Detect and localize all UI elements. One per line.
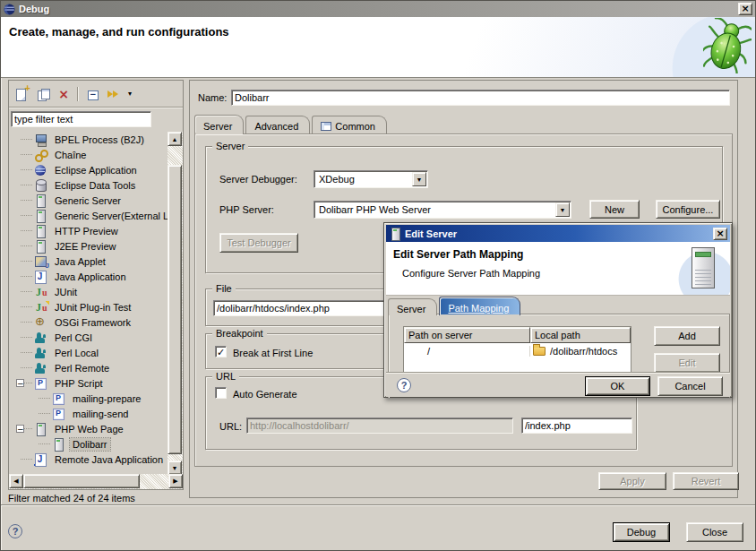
tree-horizontal-scrollbar[interactable]: ◀ ▶ xyxy=(9,474,183,489)
edit-server-tabs: Server Path Mapping xyxy=(388,297,522,315)
tree-item-php-script[interactable]: − PHP Script xyxy=(10,375,168,391)
file-group-title: File xyxy=(212,283,236,294)
tab-advanced[interactable]: Advanced xyxy=(245,116,310,133)
server-icon xyxy=(389,228,400,240)
dialog-help-icon[interactable]: ? xyxy=(397,378,411,392)
close-button[interactable]: Close xyxy=(686,522,743,542)
php-server-select[interactable]: Dolibarr PHP Web Server ▼ xyxy=(314,201,571,219)
delete-configuration-icon[interactable]: × xyxy=(57,87,70,101)
tree-item-perl-remote[interactable]: Perl Remote xyxy=(10,360,168,375)
window-titlebar[interactable]: Debug × xyxy=(1,1,755,17)
new-server-button[interactable]: New xyxy=(589,200,640,219)
php-web-server-icon xyxy=(34,423,49,435)
toolbar-separator xyxy=(77,87,78,101)
perl-camel-icon xyxy=(34,347,49,359)
tab-server[interactable]: Server xyxy=(194,115,244,133)
tree-item-label: Generic Server xyxy=(52,194,124,207)
tree-item-remote-java-application[interactable]: Remote Java Application xyxy=(10,452,168,467)
scroll-down-icon[interactable]: ▼ xyxy=(168,461,182,475)
tree-item-generic-server[interactable]: Generic Server xyxy=(10,193,168,208)
vertical-scroll-thumb[interactable] xyxy=(168,165,182,454)
auto-generate-checkbox[interactable] xyxy=(215,387,227,399)
tree-item-mailing-prepare[interactable]: mailing-prepare xyxy=(10,391,168,406)
name-input[interactable] xyxy=(231,90,730,106)
tree-item-mailing-send[interactable]: mailing-send xyxy=(10,406,168,421)
window-close-button[interactable]: × xyxy=(738,3,752,15)
duplicate-configuration-icon[interactable] xyxy=(36,87,50,101)
edit-server-titlebar[interactable]: Edit Server × xyxy=(386,225,730,242)
url-path-input[interactable] xyxy=(521,418,632,434)
configurations-panel: × ▾ BPEL Process (B2J) Chaîne Eclipse Ap… xyxy=(8,80,184,490)
scroll-up-icon[interactable]: ▲ xyxy=(168,132,182,146)
tree-item-dolibarr[interactable]: Dolibarr xyxy=(10,436,168,452)
test-debugger-button[interactable]: Test Debugger xyxy=(219,233,298,253)
tree-item-http-preview[interactable]: HTTP Preview xyxy=(10,223,168,238)
dialog-tab-server[interactable]: Server xyxy=(388,298,437,315)
tree-vertical-scrollbar[interactable]: ▲ ▼ xyxy=(168,132,183,475)
tree-item-generic-server-external[interactable]: Generic Server(External La xyxy=(10,208,168,223)
tree-item-label: Eclipse Data Tools xyxy=(52,179,138,192)
tree-item-bpel-process[interactable]: BPEL Process (B2J) xyxy=(10,132,168,147)
dialog-close-button[interactable]: × xyxy=(713,228,727,240)
dropdown-arrow-icon[interactable]: ▼ xyxy=(555,202,570,217)
tab-common[interactable]: Common xyxy=(312,116,387,133)
tree-item-php-web-page[interactable]: − PHP Web Page xyxy=(10,421,168,436)
tree-item-j2ee-preview[interactable]: J2EE Preview xyxy=(10,238,168,254)
path-mapping-table-header: Path on server Local path xyxy=(404,327,631,343)
window-title: Debug xyxy=(19,4,49,14)
dropdown-arrow-icon[interactable]: ▼ xyxy=(412,172,426,186)
filter-input[interactable] xyxy=(11,111,151,127)
edit-mapping-button[interactable]: Edit xyxy=(654,353,720,373)
tree-item-osgi-framework[interactable]: OSGi Framework xyxy=(10,314,168,330)
tree-item-perl-cgi[interactable]: Perl CGI xyxy=(10,330,168,345)
scroll-right-icon[interactable]: ▶ xyxy=(168,474,183,488)
tree-item-eclipse-application[interactable]: Eclipse Application xyxy=(10,162,168,177)
eclipse-logo-icon xyxy=(4,4,15,15)
tree-item-junit-plugin-test[interactable]: JUnit Plug-in Test xyxy=(10,299,168,314)
path-mapping-table: Path on server Local path / /dolibarr/ht… xyxy=(403,326,631,373)
server-debugger-select[interactable]: XDebug ▼ xyxy=(314,170,428,188)
collapse-expander-icon[interactable]: − xyxy=(16,425,24,433)
dialog-tab-path-mapping[interactable]: Path Mapping xyxy=(439,297,520,315)
configure-server-button[interactable]: Configure... xyxy=(656,200,720,219)
debug-button[interactable]: Debug xyxy=(613,522,670,542)
toolbar-menu-caret-icon[interactable]: ▾ xyxy=(128,90,132,98)
add-mapping-button[interactable]: Add xyxy=(654,326,720,346)
tree-item-junit[interactable]: JUnit xyxy=(10,284,168,299)
cancel-button[interactable]: Cancel xyxy=(657,376,723,396)
folder-icon xyxy=(533,347,546,356)
php-icon xyxy=(52,408,67,420)
column-local-path[interactable]: Local path xyxy=(530,327,631,343)
tree-item-label: J2EE Preview xyxy=(52,240,118,253)
ok-button[interactable]: OK xyxy=(585,376,650,396)
tree-item-chaine[interactable]: Chaîne xyxy=(10,147,168,162)
perl-camel-icon xyxy=(34,362,49,375)
remote-java-icon xyxy=(34,453,49,466)
filter-launch-configurations-icon[interactable] xyxy=(107,87,121,101)
break-first-line-checkbox[interactable]: ✓ xyxy=(215,346,227,357)
tree-item-perl-local[interactable]: Perl Local xyxy=(10,345,168,360)
debug-bug-icon xyxy=(703,18,752,75)
help-icon[interactable]: ? xyxy=(8,524,22,538)
auto-generate-label: Auto Generate xyxy=(233,389,297,400)
server-icon xyxy=(34,240,49,253)
dialog-tab-server-label: Server xyxy=(397,304,425,314)
collapse-expander-icon[interactable]: − xyxy=(16,379,24,387)
horizontal-scroll-thumb[interactable] xyxy=(23,474,140,488)
column-path-on-server[interactable]: Path on server xyxy=(404,327,530,343)
tree-item-java-application[interactable]: Java Application xyxy=(10,269,168,284)
base-url-input xyxy=(246,418,513,434)
check-icon: ✓ xyxy=(217,347,225,358)
osgi-target-icon xyxy=(34,316,49,329)
table-row[interactable]: / /dolibarr/htdocs xyxy=(404,343,631,359)
revert-button[interactable]: Revert xyxy=(673,472,739,490)
collapse-all-icon[interactable] xyxy=(85,87,99,101)
tree-item-label: Perl CGI xyxy=(52,331,95,344)
new-configuration-icon[interactable] xyxy=(14,87,29,101)
edit-server-dialog: Edit Server × Edit Server Path Mapping C… xyxy=(383,222,733,398)
configuration-tabs: Server Advanced Common xyxy=(194,115,389,133)
apply-button[interactable]: Apply xyxy=(598,472,666,490)
tree-item-java-applet[interactable]: Java Applet xyxy=(10,254,168,269)
scroll-left-icon[interactable]: ◀ xyxy=(9,474,23,488)
tree-item-eclipse-data-tools[interactable]: Eclipse Data Tools xyxy=(10,177,168,193)
